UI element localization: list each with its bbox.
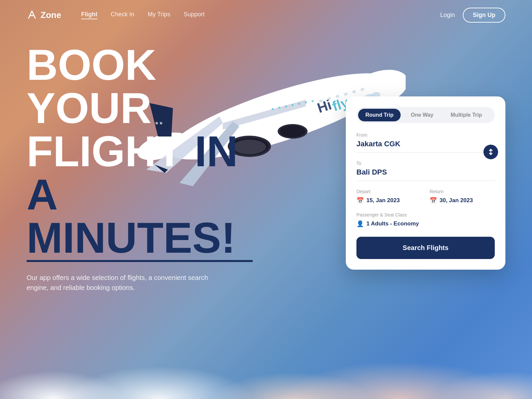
svg-point-8 (280, 125, 305, 137)
depart-value[interactable]: 📅 15, Jan 2023 (356, 197, 422, 204)
depart-label: Depart (356, 189, 422, 194)
nav-flight[interactable]: Flight (81, 11, 97, 19)
nav-links: Flight Check In My Trips Support (81, 11, 440, 19)
return-calendar-icon: 📅 (430, 197, 437, 204)
from-value[interactable]: Jakarta CGK (356, 140, 495, 153)
depart-date: 15, Jan 2023 (366, 197, 400, 204)
person-icon: 👤 (356, 220, 364, 227)
passenger-text: 1 Adults - Economy (366, 220, 419, 227)
login-button[interactable]: Login (440, 12, 455, 19)
brand-name: Zone (41, 10, 61, 20)
passenger-label: Passenger & Seat Class (356, 212, 495, 217)
svg-point-23 (312, 100, 314, 102)
hero-flight-word: FLIGHT (27, 127, 183, 176)
svg-point-17 (272, 108, 274, 110)
hero-title: BOOK YOUR FLIGHT IN A MINUTES! (27, 43, 266, 259)
nav-support[interactable]: Support (184, 11, 204, 19)
return-date: 30, Jan 2023 (440, 197, 473, 204)
hero-line3: FLIGHT IN (27, 130, 266, 173)
to-value[interactable]: Bali DPS (356, 168, 495, 181)
swap-icon (487, 148, 494, 156)
hero-line1: BOOK (27, 43, 266, 86)
hero-line4: A MINUTES! (27, 173, 266, 259)
clouds-decoration (0, 326, 532, 399)
search-flights-button[interactable]: Search Flights (356, 237, 495, 259)
logo-icon (27, 10, 37, 20)
nav-checkin[interactable]: Check In (111, 11, 134, 19)
passenger-field: Passenger & Seat Class 👤 1 Adults - Econ… (356, 212, 495, 227)
depart-field: Depart 📅 15, Jan 2023 (356, 189, 422, 204)
trip-type-tabs: Round Trip One Way Multiple Trip (356, 107, 495, 123)
return-field: Return 📅 30, Jan 2023 (430, 189, 495, 204)
svg-point-18 (278, 107, 280, 109)
logo[interactable]: Zone (27, 10, 61, 20)
passenger-value[interactable]: 👤 1 Adults - Economy (356, 220, 495, 227)
from-field-group: From Jakarta CGK (356, 132, 495, 153)
signup-button[interactable]: Sign Up (463, 8, 505, 23)
nav-mytrips[interactable]: My Trips (148, 11, 170, 19)
svg-point-21 (298, 103, 300, 105)
svg-point-19 (285, 105, 287, 107)
from-label: From (356, 132, 495, 138)
return-value[interactable]: 📅 30, Jan 2023 (430, 197, 495, 204)
nav-right: Login Sign Up (440, 8, 505, 23)
depart-calendar-icon: 📅 (356, 197, 364, 204)
to-label: To (356, 161, 495, 166)
swap-button[interactable] (483, 145, 498, 159)
tab-one-way[interactable]: One Way (403, 109, 441, 121)
tab-round-trip[interactable]: Round Trip (358, 109, 401, 121)
hero-underline (27, 260, 253, 262)
date-row: Depart 📅 15, Jan 2023 Return 📅 30, Jan 2… (356, 189, 495, 204)
hero-content: BOOK YOUR FLIGHT IN A MINUTES! Our app o… (27, 43, 266, 293)
tab-multiple-trip[interactable]: Multiple Trip (443, 109, 489, 121)
svg-point-22 (305, 101, 307, 103)
svg-point-20 (292, 104, 294, 106)
hero-in-word: IN (195, 127, 238, 176)
navbar: Zone Flight Check In My Trips Support Lo… (0, 0, 532, 30)
booking-card: Round Trip One Way Multiple Trip From Ja… (346, 96, 505, 270)
hero-line4-container: A MINUTES! (27, 173, 266, 259)
return-label: Return (430, 189, 495, 194)
hero-line2: YOUR (27, 86, 266, 130)
hero-subtitle: Our app offers a wide selection of fligh… (27, 273, 226, 293)
to-field-group: To Bali DPS (356, 161, 495, 181)
